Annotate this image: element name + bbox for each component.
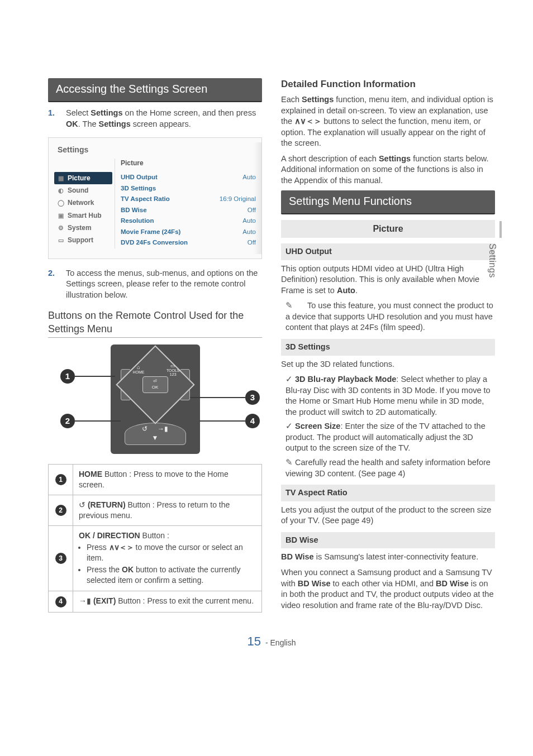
k: TV Aspect Ratio bbox=[121, 195, 170, 204]
sidebar-item-support[interactable]: ▭ Support bbox=[54, 234, 112, 246]
callout-line bbox=[75, 420, 121, 422]
t: BD Wise bbox=[298, 579, 331, 588]
legend-text-2: ↺ (RETURN) Button : Press to return to t… bbox=[73, 495, 262, 526]
ok-icon: ⏎ bbox=[153, 379, 157, 385]
step-1: 1. Select Settings on the Home screen, a… bbox=[48, 108, 262, 130]
step-2: 2. To access the menus, sub-menus, and o… bbox=[48, 268, 262, 301]
t: OK bbox=[122, 565, 134, 574]
detailed-p2: A short description of each Settings fun… bbox=[281, 154, 495, 186]
step-1-number: 1. bbox=[48, 108, 56, 130]
panel-row[interactable]: BD WiseOff bbox=[121, 205, 256, 216]
step-2-number: 2. bbox=[48, 268, 56, 301]
sidebar-item-network[interactable]: ◯ Network bbox=[54, 197, 112, 209]
s3d-text: Set up the 3D related functions. bbox=[281, 359, 495, 370]
panel-row[interactable]: Movie Frame (24Fs)Auto bbox=[121, 227, 256, 238]
panel-row[interactable]: TV Aspect Ratio16:9 Original bbox=[121, 194, 256, 205]
panel-title: Picture bbox=[121, 159, 256, 168]
bdw-text-1: BD Wise is Samsung's latest inter-connec… bbox=[281, 552, 495, 563]
remote-dpad[interactable]: ⌂ HOME ▭ TOOLS 123 ⏎ OK bbox=[123, 352, 188, 417]
t: A short description of each bbox=[281, 154, 379, 163]
panel-row[interactable]: 3D Settings bbox=[121, 183, 256, 194]
subhead-remote-buttons: Buttons on the Remote Control Used for t… bbox=[48, 309, 262, 338]
band-3d-settings: 3D Settings bbox=[281, 339, 495, 356]
step-1-text: Select Settings on the Home screen, and … bbox=[66, 108, 262, 130]
table-row: 3 OK / DIRECTION Button : Press ∧∨＜＞ to … bbox=[49, 526, 262, 591]
t: Settings bbox=[379, 154, 411, 163]
t: OK / DIRECTION bbox=[79, 531, 140, 540]
callout-1: 1 bbox=[60, 369, 75, 384]
return-icon: ↺ bbox=[79, 500, 85, 509]
left-column: Accessing the Settings Screen 1. Select … bbox=[48, 78, 262, 615]
exit-icon: →▮ bbox=[79, 596, 91, 605]
t: Button : Press to exit the current menu. bbox=[116, 596, 254, 605]
step-2-text: To access the menus, sub-menus, and opti… bbox=[66, 268, 262, 301]
panel-row[interactable]: UHD OutputAuto bbox=[121, 172, 256, 183]
t: on the Home screen, and then press bbox=[123, 108, 256, 117]
t: . The bbox=[78, 119, 99, 128]
shot-title: Settings bbox=[58, 145, 256, 155]
band-uhd-output: UHD Output bbox=[281, 243, 495, 260]
page-number: 15 bbox=[248, 634, 261, 648]
callout-2: 2 bbox=[60, 414, 75, 428]
return-icon: ↺ bbox=[142, 424, 147, 433]
callout-line bbox=[199, 420, 245, 422]
sidebar-label: Sound bbox=[68, 186, 88, 195]
settings-screenshot: Settings ▦ Picture ◐ Sound ◯ Ne bbox=[48, 137, 262, 259]
v: 16:9 Original bbox=[220, 195, 256, 204]
table-row: 4 →▮ (EXIT) Button : Press to exit the c… bbox=[49, 591, 262, 612]
sidebar-item-picture[interactable]: ▦ Picture bbox=[54, 172, 112, 184]
side-tab-label: Settings bbox=[485, 240, 499, 287]
side-accent bbox=[499, 221, 502, 238]
t: 123 bbox=[166, 372, 180, 376]
t: is Samsung's latest inter-connectivity f… bbox=[314, 552, 479, 561]
ok-button[interactable]: ⏎ OK bbox=[142, 376, 168, 393]
t: Each bbox=[281, 95, 302, 104]
remote-bottom-cluster[interactable]: ↺ →▮ ▼ bbox=[125, 423, 186, 445]
uhd-note: To use this feature, you must connect th… bbox=[283, 300, 495, 333]
k: DVD 24Fs Conversion bbox=[121, 238, 188, 247]
t: Press the bbox=[87, 565, 122, 574]
shot-panel: Picture UHD OutputAuto 3D Settings TV As… bbox=[115, 159, 256, 248]
panel-row[interactable]: ResolutionAuto bbox=[121, 216, 256, 227]
legend-num-2: 2 bbox=[55, 505, 66, 516]
section-bar-menu-functions: Settings Menu Functions bbox=[281, 190, 495, 214]
remote-body: ⌂ HOME ▭ TOOLS 123 ⏎ OK bbox=[111, 344, 200, 454]
sidebar-item-sound[interactable]: ◐ Sound bbox=[54, 184, 112, 197]
list-item: Press ∧∨＜＞ to move the cursor or select … bbox=[87, 542, 256, 563]
arrows-icon: ∧∨＜＞ bbox=[294, 117, 321, 126]
exit-icon: →▮ bbox=[158, 424, 168, 433]
sidebar-label: Smart Hub bbox=[68, 211, 102, 220]
detailed-p1: Each Settings function, menu item, and i… bbox=[281, 94, 495, 149]
table-row: 2 ↺ (RETURN) Button : Press to return to… bbox=[49, 495, 262, 526]
section-bar-accessing: Accessing the Settings Screen bbox=[48, 78, 262, 102]
t: To use this feature, you must connect th… bbox=[285, 301, 493, 332]
v: Auto bbox=[242, 228, 256, 237]
legend-num-1: 1 bbox=[55, 474, 66, 485]
t: to each other via HDMI, and bbox=[331, 579, 436, 588]
t: Select bbox=[66, 108, 91, 117]
t: Carefully read the health and safety inf… bbox=[285, 458, 491, 478]
legend-text-4: →▮ (EXIT) Button : Press to exit the cur… bbox=[73, 591, 262, 612]
support-icon: ▭ bbox=[58, 237, 64, 243]
footer-lang: - English bbox=[263, 638, 296, 647]
t: Auto bbox=[337, 286, 355, 295]
check-3d-playback: 3D Blu-ray Playback Mode: Select whether… bbox=[283, 374, 495, 418]
remote-illustration: 1 2 3 4 ⌂ HOME bbox=[48, 344, 262, 454]
check-screen-size: Screen Size: Enter the size of the TV at… bbox=[283, 421, 495, 454]
t: Screen Size bbox=[295, 422, 340, 430]
sidebar-item-system[interactable]: ⚙ System bbox=[54, 222, 112, 234]
t: BD Wise bbox=[281, 552, 314, 561]
mic-icon: ▼ bbox=[152, 433, 159, 442]
sidebar-item-smart-hub[interactable]: ▣ Smart Hub bbox=[54, 209, 112, 222]
sidebar-label: Network bbox=[68, 198, 94, 207]
table-row: 1 HOME Button : Press to move to the Hom… bbox=[49, 465, 262, 495]
t: TOOLS bbox=[166, 369, 180, 372]
sidebar-label: Picture bbox=[68, 174, 91, 183]
t: Settings bbox=[302, 95, 334, 104]
t: 3D Blu-ray Playback Mode bbox=[295, 375, 396, 384]
ok-text: OK bbox=[152, 385, 159, 391]
callout-4: 4 bbox=[245, 414, 260, 428]
panel-row[interactable]: DVD 24Fs ConversionOff bbox=[121, 237, 256, 248]
system-icon: ⚙ bbox=[58, 224, 64, 231]
list-item: Press the OK button to activate the curr… bbox=[87, 564, 256, 586]
